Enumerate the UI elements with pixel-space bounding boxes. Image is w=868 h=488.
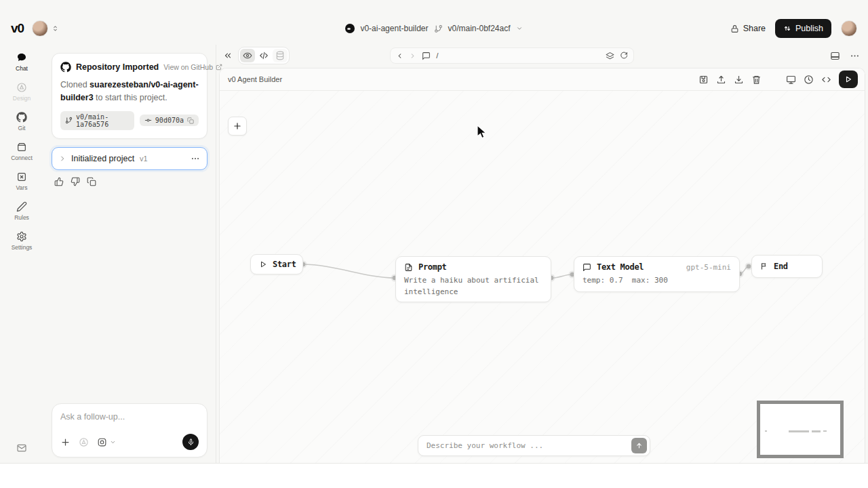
upload-icon[interactable] (716, 75, 726, 85)
comment-icon[interactable] (422, 52, 431, 60)
thumbs-down-icon[interactable] (71, 177, 80, 186)
panel-bottom-icon[interactable] (830, 51, 840, 61)
file-text-icon (404, 263, 413, 272)
share-button[interactable]: Share (730, 24, 766, 33)
workspace-switcher-icon[interactable] (52, 24, 59, 33)
project-name[interactable]: v0-ai-agent-builder (360, 24, 428, 33)
workflow-composer (418, 435, 650, 456)
feedback-row (52, 177, 208, 186)
external-link-icon (216, 64, 222, 70)
commit-badge[interactable]: 90d070a (140, 115, 199, 126)
header-project-nav: v0-ai-agent-builder v0/main-0bf24acf (214, 24, 654, 33)
preview-eye-toggle[interactable] (240, 49, 255, 62)
model-icon (97, 437, 107, 447)
agent-builder-panel: v0 Agent Builder (219, 68, 865, 463)
node-end[interactable]: End (751, 255, 823, 278)
rail-item-connect[interactable]: Connect (3, 138, 41, 164)
v0-logo[interactable]: v0 (11, 21, 24, 36)
publish-button[interactable]: Publish (775, 19, 831, 38)
thumbs-up-icon[interactable] (54, 177, 64, 186)
chevron-down-icon (110, 439, 116, 445)
node-text-model[interactable]: Text Model gpt-5-mini temp: 0.7 max: 300 (574, 256, 740, 292)
github-icon (60, 62, 71, 73)
node-text-model-params: temp: 0.7 max: 300 (574, 274, 739, 292)
preview-pane: / (216, 45, 868, 463)
gear-icon (16, 231, 27, 242)
code-view-toggle[interactable] (256, 49, 271, 62)
save-icon[interactable] (698, 75, 709, 85)
pencil-icon (16, 201, 27, 212)
agent-builder-header: v0 Agent Builder (220, 68, 865, 91)
copy-icon[interactable] (187, 117, 194, 124)
node-model-name: gpt-5-mini (686, 263, 731, 272)
rail-item-chat[interactable]: Chat (3, 49, 41, 75)
repo-badges: v0/main-1a76a576 90d070a (60, 111, 199, 130)
chat-icon (16, 52, 27, 63)
database-view-toggle[interactable] (273, 49, 288, 62)
view-mode-switcher (238, 47, 290, 64)
eye-icon (243, 51, 252, 60)
download-icon[interactable] (734, 75, 744, 85)
minimap[interactable] (757, 401, 844, 458)
app-root: v0 v0-ai-agent-builder v0/main-0bf24acf (0, 0, 868, 488)
rail-item-git[interactable]: Git (3, 108, 41, 134)
url-path[interactable]: / (436, 52, 600, 60)
github-icon (16, 112, 27, 123)
design-icon (16, 82, 27, 93)
preview-toolbar-right (830, 51, 860, 61)
node-prompt[interactable]: Prompt Write a haiku about artificial in… (395, 256, 551, 302)
trash-icon[interactable] (751, 75, 762, 85)
monitor-icon[interactable] (786, 75, 796, 85)
add-node-button[interactable] (228, 117, 247, 136)
ellipsis-icon[interactable] (191, 154, 200, 163)
copy-icon[interactable] (87, 177, 96, 186)
model-selector[interactable] (97, 437, 116, 447)
rail-item-vars[interactable]: Vars (3, 168, 41, 194)
nav-forward-icon[interactable] (409, 52, 416, 60)
play-icon (844, 75, 852, 83)
node-start[interactable]: Start (250, 254, 303, 274)
git-branch-icon (434, 24, 443, 33)
history-clock-icon[interactable] (804, 75, 814, 85)
branch-name[interactable]: v0/main-0bf24acf (448, 24, 511, 33)
repo-card-body: Cloned suarezesteban/v0-ai-agent-builder… (60, 79, 199, 104)
rail-item-settings[interactable]: Settings (3, 228, 41, 253)
collapse-sidebar-icon[interactable] (223, 51, 233, 60)
chevron-right-icon[interactable] (59, 155, 66, 162)
version-card-initialized-project[interactable]: Initialized project v1 (52, 147, 208, 170)
design-mode-icon[interactable] (79, 437, 89, 447)
workflow-input[interactable] (427, 441, 631, 450)
connect-icon (16, 142, 27, 152)
rail-item-rules[interactable]: Rules (3, 198, 41, 224)
header-left: v0 (11, 20, 214, 37)
branch-badge[interactable]: v0/main-1a76a576 (60, 111, 134, 130)
layers-icon[interactable] (606, 52, 614, 60)
play-icon (259, 260, 267, 268)
refresh-icon[interactable] (620, 52, 628, 60)
more-options-icon[interactable] (850, 51, 860, 61)
run-workflow-button[interactable] (839, 70, 858, 88)
user-avatar[interactable] (841, 20, 857, 37)
rail-item-design[interactable]: Design (3, 79, 41, 104)
header-right: Share Publish (654, 19, 857, 38)
code-icon[interactable] (821, 75, 831, 85)
nav-back-icon[interactable] (396, 52, 403, 60)
chat-input[interactable] (60, 412, 199, 422)
git-commit-icon (144, 117, 152, 124)
plus-icon[interactable] (60, 437, 71, 447)
publish-icon (783, 24, 791, 33)
mic-button[interactable] (182, 434, 199, 450)
workflow-send-button[interactable] (631, 438, 647, 453)
chevron-down-icon[interactable] (516, 25, 523, 32)
mail-icon[interactable] (16, 443, 27, 453)
lock-icon (730, 24, 739, 33)
workspace-avatar[interactable] (32, 20, 48, 37)
repo-card-title: Repository Imported (76, 62, 159, 72)
vars-icon (16, 171, 27, 182)
view-on-github-link[interactable]: View on GitHub (163, 63, 222, 71)
code-icon (259, 51, 269, 60)
workflow-canvas[interactable]: Start Prompt Write a haiku about artific… (220, 91, 865, 463)
chat-composer (52, 403, 208, 458)
flag-icon (760, 262, 768, 270)
git-branch-icon (65, 117, 73, 124)
